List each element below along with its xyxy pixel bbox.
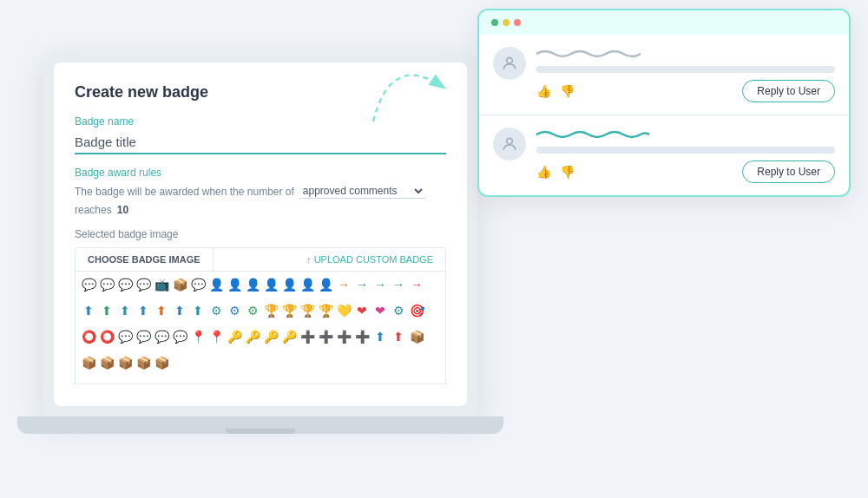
badge-icon[interactable]: ⬆ (172, 303, 187, 318)
badge-icon[interactable]: 💬 (99, 277, 115, 292)
thumbs-down-1[interactable]: 👎 (560, 84, 575, 98)
badge-icon[interactable]: 📍 (190, 329, 206, 344)
badge-icon[interactable]: ⚙ (391, 303, 406, 318)
badge-image-label: Selected badge image (75, 228, 446, 240)
badge-icon[interactable]: 💛 (336, 303, 352, 318)
vote-buttons-1: 👍 👎 (536, 84, 575, 98)
badge-icon[interactable]: ➕ (318, 329, 333, 344)
comment-actions-2: 👍 👎 Reply to User (536, 161, 835, 183)
badge-icon[interactable]: 💬 (81, 277, 96, 292)
badge-icon[interactable]: 🔑 (227, 329, 242, 344)
badge-icon[interactable]: 📦 (135, 355, 151, 370)
badge-icon[interactable]: 💬 (135, 329, 151, 344)
badge-name-label: Badge name (75, 115, 446, 128)
badge-icon[interactable]: 💬 (190, 277, 206, 292)
badge-icon[interactable]: 🏆 (318, 303, 333, 318)
comment-item-2: 👍 👎 Reply to User (479, 115, 849, 195)
thumbs-up-1[interactable]: 👍 (536, 84, 551, 98)
badge-icon[interactable]: ⭕ (99, 329, 115, 344)
badge-icon[interactable]: ⬆ (154, 303, 169, 318)
dot-yellow (503, 19, 510, 26)
vote-buttons-2: 👍 👎 (536, 165, 575, 179)
laptop-screen: Create new badge Badge name Badge award … (54, 62, 467, 406)
badge-icon[interactable]: 👤 (245, 277, 260, 292)
badge-icon[interactable]: ⭕ (81, 329, 96, 344)
award-rules-select[interactable]: approved comments (299, 184, 425, 199)
award-rules-number: 10 (117, 204, 128, 216)
badge-icon[interactable]: 📦 (99, 355, 115, 370)
badge-icon[interactable]: 💬 (117, 277, 133, 292)
badge-icon[interactable]: ⚙ (227, 303, 242, 318)
badge-icon[interactable]: → (409, 277, 424, 292)
badge-icon[interactable]: 📦 (154, 355, 169, 370)
comment-wavy-1 (536, 47, 641, 59)
tab-choose-badge[interactable]: CHOOSE BADGE IMAGE (76, 248, 214, 271)
badge-icon[interactable]: 📦 (81, 355, 96, 370)
badge-icon[interactable]: → (354, 277, 370, 292)
badge-icon[interactable]: 📺 (154, 277, 169, 292)
avatar-1 (493, 47, 526, 80)
badge-icon[interactable]: → (336, 277, 352, 292)
badge-icon[interactable]: 👤 (227, 277, 242, 292)
thumbs-down-2[interactable]: 👎 (560, 165, 575, 179)
badge-icon[interactable]: ❤ (354, 303, 370, 318)
badge-icon[interactable]: ➕ (354, 329, 370, 344)
badge-icon[interactable]: 🔑 (281, 329, 297, 344)
badge-name-input[interactable] (75, 131, 446, 154)
badge-icon[interactable]: ⬆ (190, 303, 206, 318)
badge-icon[interactable]: 💬 (172, 329, 187, 344)
badge-icon[interactable]: 🏆 (263, 303, 279, 318)
award-rules-reaches: reaches (75, 204, 112, 216)
badge-icon[interactable]: ⚙ (245, 303, 260, 318)
badge-icon[interactable]: ➕ (299, 329, 315, 344)
badge-icon[interactable]: ⬆ (372, 329, 388, 344)
badge-icon[interactable]: 💬 (117, 329, 133, 344)
award-rules-text-before: The badge will be awarded when the numbe… (75, 186, 294, 198)
badge-icon[interactable]: ➕ (336, 329, 352, 344)
svg-point-1 (507, 57, 513, 63)
avatar-2 (493, 128, 526, 161)
badge-icon[interactable]: 👤 (208, 277, 224, 292)
form-title: Create new badge (75, 83, 446, 102)
badge-icon[interactable]: 🔑 (245, 329, 260, 344)
badge-icon[interactable]: → (391, 277, 406, 292)
comment-content-2: 👍 👎 Reply to User (536, 128, 835, 183)
badge-icon[interactable]: 📦 (117, 355, 133, 370)
badge-icon[interactable]: 👤 (318, 277, 333, 292)
badge-icon[interactable]: 👤 (263, 277, 279, 292)
badge-icon[interactable]: 🎯 (409, 303, 424, 318)
badge-icon[interactable]: 📦 (409, 329, 424, 344)
thumbs-up-2[interactable]: 👍 (536, 165, 551, 179)
badge-icon[interactable]: ⬆ (81, 303, 96, 318)
badge-icon[interactable]: 🏆 (299, 303, 315, 318)
reply-button-1[interactable]: Reply to User (742, 80, 835, 102)
badge-icon-grid: 💬 💬 💬 💬 📺 📦 💬 👤 👤 👤 👤 👤 👤 👤 → → → → → (75, 272, 446, 384)
tab-upload-badge[interactable]: ↑ UPLOAD CUSTOM BADGE (294, 248, 445, 271)
badge-icon[interactable]: 👤 (299, 277, 315, 292)
comment-actions-1: 👍 👎 Reply to User (536, 80, 835, 102)
badge-icon[interactable]: ⬆ (117, 303, 133, 318)
badge-icon[interactable]: 💬 (154, 329, 169, 344)
comment-content-1: 👍 👎 Reply to User (536, 47, 835, 102)
comment-wavy-2 (536, 128, 649, 140)
svg-point-2 (507, 138, 513, 144)
badge-icon[interactable]: → (372, 277, 388, 292)
badge-tabs-bar: CHOOSE BADGE IMAGE ↑ UPLOAD CUSTOM BADGE (75, 247, 446, 272)
badge-icon[interactable]: ⬆ (391, 329, 406, 344)
badge-icon[interactable]: 💬 (135, 277, 151, 292)
panel-header (479, 10, 849, 35)
badge-icon[interactable]: ⬆ (135, 303, 151, 318)
badge-icon[interactable]: 🏆 (281, 303, 297, 318)
badge-icon[interactable]: 🔑 (263, 329, 279, 344)
badge-icon[interactable]: ❤ (372, 303, 388, 318)
reply-button-2[interactable]: Reply to User (742, 161, 835, 183)
badge-icon[interactable]: 📍 (208, 329, 224, 344)
comment-line-1 (536, 66, 835, 73)
award-rules-label: Badge award rules (75, 167, 446, 179)
badge-icon[interactable]: 📦 (172, 277, 187, 292)
badge-icon[interactable]: 👤 (281, 277, 297, 292)
award-rules-row: The badge will be awarded when the numbe… (75, 184, 446, 216)
laptop-mockup: Create new badge Badge name Badge award … (43, 52, 477, 416)
badge-icon[interactable]: ⚙ (208, 303, 224, 318)
badge-icon[interactable]: ⬆ (99, 303, 115, 318)
